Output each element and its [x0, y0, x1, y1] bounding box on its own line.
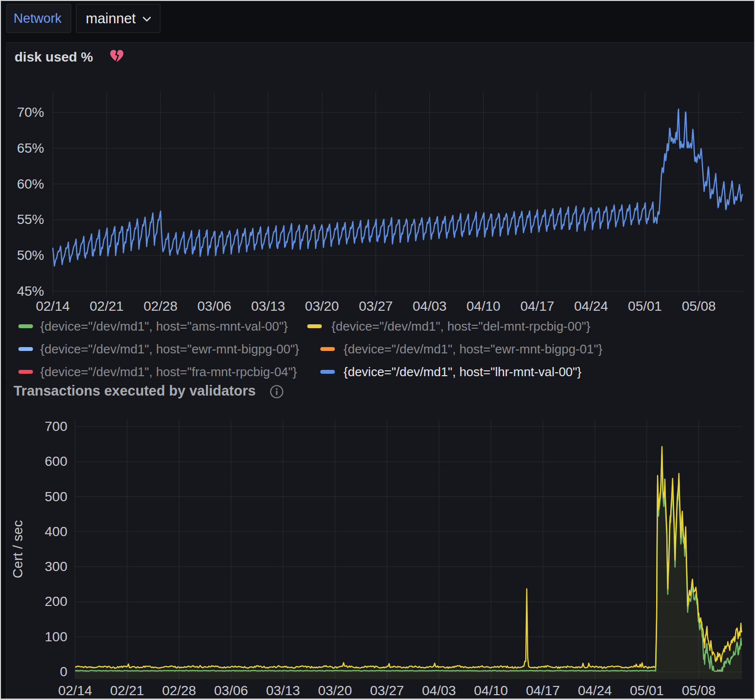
svg-text:04/10: 04/10: [467, 299, 501, 314]
svg-text:04/17: 04/17: [526, 683, 560, 698]
svg-text:02/21: 02/21: [90, 299, 124, 314]
svg-text:02/28: 02/28: [162, 683, 196, 698]
svg-text:05/08: 05/08: [682, 299, 716, 314]
svg-text:04/03: 04/03: [413, 299, 447, 314]
svg-text:05/01: 05/01: [628, 299, 662, 314]
svg-text:60%: 60%: [17, 176, 44, 191]
svg-text:700: 700: [45, 419, 67, 434]
svg-text:03/13: 03/13: [251, 299, 285, 314]
svg-text:45%: 45%: [17, 284, 44, 299]
svg-text:03/06: 03/06: [197, 299, 231, 314]
svg-text:70%: 70%: [17, 105, 44, 120]
svg-text:02/21: 02/21: [110, 683, 144, 698]
svg-text:65%: 65%: [17, 141, 44, 156]
svg-text:04/24: 04/24: [574, 299, 608, 314]
svg-text:02/14: 02/14: [36, 299, 70, 314]
svg-text:04/24: 04/24: [578, 683, 612, 698]
svg-text:600: 600: [45, 454, 67, 469]
svg-text:05/08: 05/08: [682, 683, 716, 698]
svg-text:200: 200: [45, 594, 67, 609]
svg-text:04/10: 04/10: [474, 683, 508, 698]
svg-text:02/28: 02/28: [143, 299, 177, 314]
svg-text:0: 0: [60, 664, 67, 679]
svg-text:400: 400: [45, 524, 67, 539]
svg-text:03/06: 03/06: [214, 683, 248, 698]
svg-text:04/03: 04/03: [422, 683, 456, 698]
svg-text:50%: 50%: [17, 248, 44, 263]
svg-text:55%: 55%: [17, 212, 44, 227]
svg-text:100: 100: [45, 629, 67, 644]
svg-text:05/01: 05/01: [630, 683, 664, 698]
svg-text:03/27: 03/27: [359, 299, 393, 314]
svg-text:300: 300: [45, 559, 67, 574]
svg-text:04/17: 04/17: [520, 299, 554, 314]
svg-text:Cert / sec: Cert / sec: [10, 520, 25, 578]
svg-text:03/20: 03/20: [318, 683, 352, 698]
svg-text:500: 500: [45, 489, 67, 504]
svg-text:03/27: 03/27: [370, 683, 404, 698]
svg-text:03/20: 03/20: [305, 299, 339, 314]
svg-text:03/13: 03/13: [266, 683, 300, 698]
svg-text:02/14: 02/14: [58, 683, 92, 698]
